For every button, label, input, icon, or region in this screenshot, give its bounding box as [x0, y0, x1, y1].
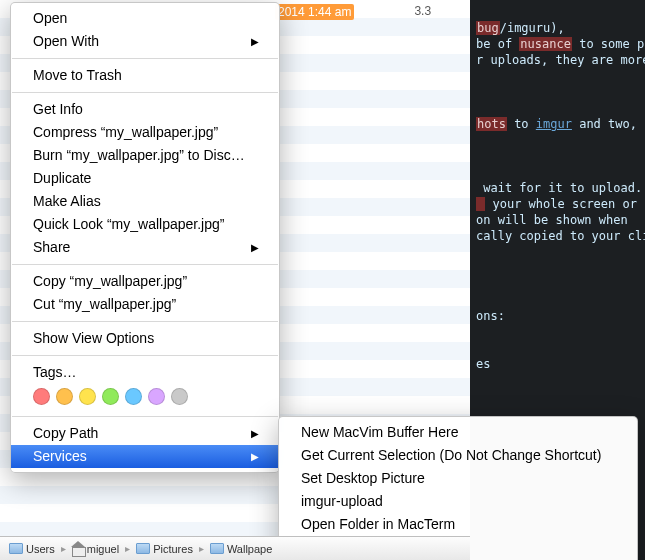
menu-duplicate[interactable]: Duplicate	[11, 167, 279, 190]
terminal-line: hots to imgur and two,	[476, 117, 637, 131]
folder-icon	[136, 543, 150, 554]
path-label: Wallpape	[227, 543, 272, 555]
submenu-arrow-icon: ▶	[251, 238, 259, 257]
chevron-right-icon: ▸	[199, 543, 204, 554]
submenu-arrow-icon: ▶	[251, 32, 259, 51]
folder-icon	[9, 543, 23, 554]
context-menu: Open Open With▶ Move to Trash Get Info C…	[10, 2, 280, 473]
path-label: miguel	[87, 543, 119, 555]
menu-move-to-trash[interactable]: Move to Trash	[11, 64, 279, 87]
menu-make-alias[interactable]: Make Alias	[11, 190, 279, 213]
chevron-right-icon: ▸	[125, 543, 130, 554]
tag-purple-icon[interactable]	[148, 388, 165, 405]
tag-blue-icon[interactable]	[125, 388, 142, 405]
submenu-new-macvim[interactable]: New MacVim Buffer Here	[279, 421, 637, 444]
menu-separator	[12, 416, 278, 417]
menu-quick-look[interactable]: Quick Look “my_wallpaper.jpg”	[11, 213, 279, 236]
menu-separator	[12, 58, 278, 59]
menu-services[interactable]: Services▶	[11, 445, 279, 468]
terminal-line: r uploads, they are more t	[476, 53, 645, 67]
menu-separator	[12, 355, 278, 356]
terminal-line: bug/imguru),	[476, 21, 565, 35]
terminal-line: cally copied to your clip	[476, 229, 645, 243]
menu-cut[interactable]: Cut “my_wallpaper.jpg”	[11, 293, 279, 316]
tags-color-row	[11, 384, 279, 411]
menu-copy[interactable]: Copy “my_wallpaper.jpg”	[11, 270, 279, 293]
menu-separator	[12, 321, 278, 322]
submenu-open-macterm[interactable]: Open Folder in MacTerm	[279, 513, 637, 536]
menu-compress[interactable]: Compress “my_wallpaper.jpg”	[11, 121, 279, 144]
folder-icon	[210, 543, 224, 554]
menu-burn[interactable]: Burn “my_wallpaper.jpg” to Disc…	[11, 144, 279, 167]
path-segment-users[interactable]: Users	[4, 540, 60, 558]
menu-tags[interactable]: Tags…	[11, 361, 279, 384]
submenu-arrow-icon: ▶	[251, 424, 259, 443]
menu-show-view-options[interactable]: Show View Options	[11, 327, 279, 350]
submenu-arrow-icon: ▶	[251, 447, 259, 466]
tag-orange-icon[interactable]	[56, 388, 73, 405]
path-label: Users	[26, 543, 55, 555]
menu-separator	[12, 264, 278, 265]
file-date-cell: 2014 1:44 am	[275, 4, 354, 20]
menu-get-info[interactable]: Get Info	[11, 98, 279, 121]
home-icon	[72, 543, 84, 555]
terminal-line: your whole screen or	[476, 197, 637, 211]
tag-gray-icon[interactable]	[171, 388, 188, 405]
terminal-line: on will be shown when	[476, 213, 628, 227]
menu-copy-path[interactable]: Copy Path▶	[11, 422, 279, 445]
tag-green-icon[interactable]	[102, 388, 119, 405]
path-segment-pictures[interactable]: Pictures	[131, 540, 198, 558]
tag-yellow-icon[interactable]	[79, 388, 96, 405]
terminal-line: ons:	[476, 309, 505, 323]
terminal-line: be of nusance to some peop	[476, 37, 645, 51]
menu-open-with[interactable]: Open With▶	[11, 30, 279, 53]
menu-separator	[12, 92, 278, 93]
submenu-get-selection[interactable]: Get Current Selection (Do Not Change Sho…	[279, 444, 637, 467]
file-size-cell: 3.3	[414, 4, 431, 20]
finder-column-header: 2014 1:44 am 3.3	[275, 0, 431, 20]
submenu-imgur-upload[interactable]: imgur-upload	[279, 490, 637, 513]
path-segment-wallpapers[interactable]: Wallpape	[205, 540, 277, 558]
chevron-right-icon: ▸	[61, 543, 66, 554]
tag-red-icon[interactable]	[33, 388, 50, 405]
path-label: Pictures	[153, 543, 193, 555]
menu-open[interactable]: Open	[11, 7, 279, 30]
menu-share[interactable]: Share▶	[11, 236, 279, 259]
submenu-set-desktop-picture[interactable]: Set Desktop Picture	[279, 467, 637, 490]
path-bar: Users ▸ miguel ▸ Pictures ▸ Wallpape	[0, 536, 470, 560]
terminal-line: es	[476, 357, 490, 371]
terminal-line: wait for it to upload.	[476, 181, 642, 195]
path-segment-home[interactable]: miguel	[67, 540, 124, 558]
